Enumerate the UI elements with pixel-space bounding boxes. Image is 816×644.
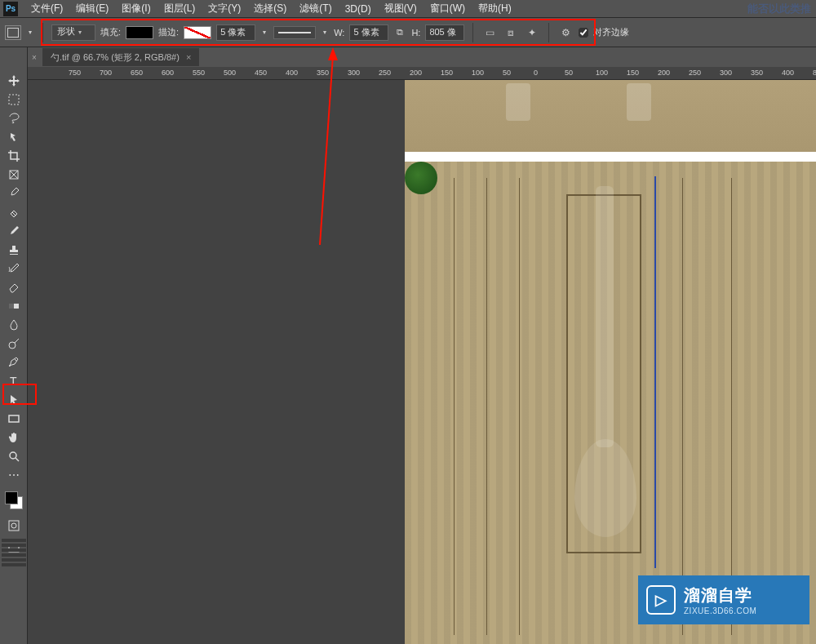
menu-type[interactable]: 文字(Y)	[202, 0, 247, 17]
rectangle-tool-icon[interactable]	[3, 410, 24, 428]
zoom-tool-icon[interactable]	[3, 447, 24, 465]
close-tab-icon[interactable]: ×	[186, 52, 191, 62]
shape-blue-line[interactable]	[654, 176, 656, 568]
svg-text:T: T	[10, 375, 17, 388]
stroke-label: 描边:	[158, 26, 179, 38]
svg-point-12	[10, 452, 16, 459]
ruler-tick: 800	[813, 69, 816, 77]
link-wh-icon[interactable]: ⧉	[393, 26, 406, 39]
eyedropper-tool-icon[interactable]	[3, 184, 24, 202]
height-input[interactable]	[425, 24, 464, 41]
gradient-tool-icon[interactable]	[3, 297, 24, 315]
image-column-line	[682, 178, 683, 635]
ruler-tick: 0	[534, 69, 538, 77]
healing-tool-icon[interactable]	[3, 203, 24, 221]
history-brush-tool-icon[interactable]	[3, 260, 24, 278]
lasso-tool-icon[interactable]	[3, 109, 24, 127]
width-input[interactable]	[349, 24, 388, 41]
panel-bar[interactable]	[2, 563, 26, 566]
document-tab-title: 勺.tif @ 66.7% (矩形 2, RGB/8#)	[51, 51, 180, 64]
menu-3d[interactable]: 3D(D)	[339, 2, 378, 16]
ruler-tick: 250	[379, 69, 391, 77]
eraser-tool-icon[interactable]	[3, 278, 24, 296]
dodge-tool-icon[interactable]	[3, 335, 24, 353]
image-column-line	[519, 178, 520, 635]
ps-logo-icon: Ps	[3, 2, 18, 16]
ruler-tick: 600	[162, 69, 174, 77]
pen-tool-icon[interactable]	[3, 353, 24, 371]
menu-edit[interactable]: 编辑(E)	[69, 0, 115, 17]
path-op-combine-icon[interactable]: ▭	[481, 25, 498, 40]
quickmask-icon[interactable]	[3, 517, 24, 535]
type-tool-icon[interactable]: T	[3, 372, 24, 390]
svg-line-9	[15, 339, 19, 343]
ruler-tick: 450	[255, 69, 267, 77]
frame-tool-icon[interactable]	[3, 166, 24, 184]
menu-file[interactable]: 文件(F)	[24, 0, 69, 17]
gear-icon[interactable]: ⚙	[557, 25, 574, 40]
hand-tool-icon[interactable]	[3, 429, 24, 446]
top-right-hint: 能否以此类推	[747, 2, 816, 16]
image-green-dot	[405, 162, 437, 194]
svg-rect-14	[9, 521, 19, 531]
foreground-swatch[interactable]	[5, 491, 18, 504]
shape-mode-select[interactable]: 形状	[51, 24, 95, 41]
tab-collapse-icon[interactable]: ×	[29, 52, 39, 62]
stroke-swatch[interactable]	[184, 26, 211, 39]
ruler-tick: 200	[658, 69, 670, 77]
ruler-tick: 400	[782, 69, 794, 77]
tool-preset-dd-icon[interactable]: ▾	[26, 25, 34, 40]
stroke-width-input[interactable]	[216, 24, 255, 41]
watermark-logo-icon: ▷	[646, 585, 676, 615]
brush-tool-icon[interactable]	[3, 222, 24, 240]
svg-rect-2	[9, 95, 19, 104]
stamp-tool-icon[interactable]	[3, 241, 24, 259]
fill-swatch[interactable]	[126, 26, 153, 39]
panel-bar[interactable]	[2, 558, 26, 562]
fg-bg-swatch[interactable]	[3, 490, 24, 511]
panel-bar[interactable]	[2, 544, 26, 547]
ruler-tick: 550	[193, 69, 205, 77]
menu-select[interactable]: 选择(S)	[247, 0, 293, 17]
svg-line-13	[16, 458, 19, 461]
crop-tool-icon[interactable]	[3, 147, 24, 165]
align-edges-checkbox[interactable]	[579, 28, 588, 38]
marquee-tool-icon[interactable]	[3, 91, 24, 109]
stroke-style-select[interactable]	[273, 26, 316, 39]
watermark-url: ZIXUE.3D66.COM	[684, 606, 756, 615]
panel-bar[interactable]	[2, 539, 26, 542]
menu-layer[interactable]: 图层(L)	[157, 0, 202, 17]
panel-bar[interactable]	[2, 549, 26, 552]
image-top-strip	[405, 80, 816, 153]
menu-filter[interactable]: 滤镜(T)	[293, 0, 338, 17]
align-edges-label: 对齐边缘	[593, 26, 629, 38]
edit-toolbar-icon[interactable]: ⋯	[3, 466, 24, 484]
options-bar: ▾ 形状 填充: 描边: ▾ ▾ W: ⧉ H: ▭ ⧈ ✦ ⚙ 对齐边缘	[0, 18, 816, 47]
menu-image[interactable]: 图像(I)	[115, 0, 157, 17]
ruler-tick: 700	[100, 69, 112, 77]
canvas[interactable]: ▷ 溜溜自学 ZIXUE.3D66.COM	[28, 80, 816, 644]
current-tool-icon[interactable]	[5, 25, 21, 40]
ruler-tick: 300	[348, 69, 360, 77]
menu-help[interactable]: 帮助(H)	[472, 0, 518, 17]
ruler-tick: 200	[410, 69, 422, 77]
path-align-icon[interactable]: ⧈	[503, 25, 519, 40]
width-label: W:	[334, 28, 344, 38]
horizontal-ruler[interactable]: 7507006506005505004504003503002502001501…	[28, 67, 816, 80]
quick-select-tool-icon[interactable]	[3, 128, 24, 146]
menu-view[interactable]: 视图(V)	[378, 0, 424, 17]
blur-tool-icon[interactable]	[3, 316, 24, 334]
path-arrange-icon[interactable]: ✦	[524, 25, 540, 40]
fill-label: 填充:	[100, 26, 121, 38]
move-tool-icon[interactable]	[3, 72, 24, 90]
height-label: H:	[411, 28, 420, 38]
stroke-width-dd-icon[interactable]: ▾	[260, 25, 268, 40]
ruler-tick: 250	[689, 69, 701, 77]
menu-window[interactable]: 窗口(W)	[424, 0, 472, 17]
panel-bar[interactable]	[2, 553, 26, 557]
stroke-style-dd-icon[interactable]: ▾	[321, 25, 329, 40]
ruler-tick: 300	[720, 69, 732, 77]
path-select-tool-icon[interactable]	[3, 391, 24, 409]
ruler-tick: 750	[69, 69, 81, 77]
document-tab[interactable]: 勺.tif @ 66.7% (矩形 2, RGB/8#) ×	[42, 48, 199, 66]
